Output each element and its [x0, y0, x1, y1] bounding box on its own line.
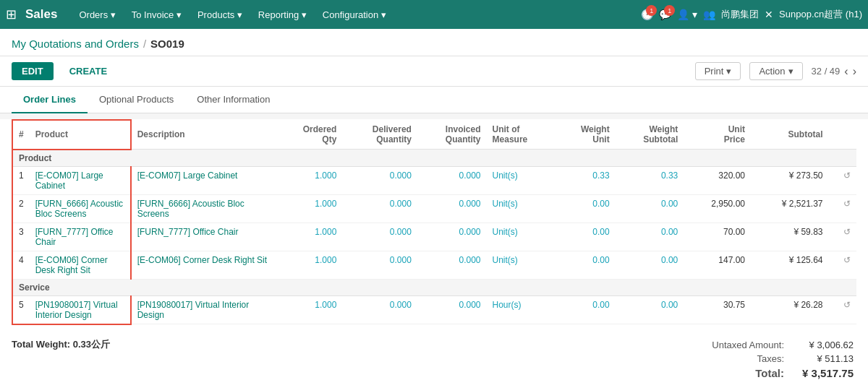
- col-header-invoiced-qty: InvoicedQuantity: [417, 120, 487, 150]
- row-product: [FURN_7777] Office Chair: [30, 223, 131, 251]
- prev-page-button[interactable]: ‹: [844, 65, 848, 78]
- col-header-subtotal: Subtotal: [751, 120, 829, 150]
- total-weight-value: 0.33公斤: [73, 339, 110, 350]
- row-weight-unit: 0.33: [556, 166, 615, 194]
- row-action[interactable]: ↺: [828, 251, 856, 279]
- action-button[interactable]: Action ▾: [749, 62, 802, 80]
- grand-total-row: Total: ¥ 3,517.75: [697, 367, 854, 379]
- table-row: 4[E-COM06] Corner Desk Right Sit[E-COM06…: [12, 251, 856, 279]
- next-page-button[interactable]: ›: [853, 65, 856, 78]
- row-num: 5: [12, 295, 30, 324]
- row-subtotal: ¥ 125.64: [751, 251, 829, 279]
- pagination: 32 / 49 ‹ ›: [812, 65, 856, 78]
- row-ordered-qty: 1.000: [276, 194, 343, 223]
- taxes-label: Taxes:: [697, 353, 784, 364]
- col-header-uom: Unit ofMeasure: [487, 120, 556, 150]
- table-row: 2[FURN_6666] Acoustic Bloc Screens[FURN_…: [12, 194, 856, 223]
- row-invoiced-qty: 0.000: [417, 223, 487, 251]
- col-header-actions: [828, 120, 856, 150]
- row-invoiced-qty: 0.000: [417, 251, 487, 279]
- tab-other-information[interactable]: Other Information: [185, 87, 281, 113]
- row-num: 2: [12, 194, 30, 223]
- col-header-weight-unit: WeightUnit: [556, 120, 615, 150]
- col-header-ordered-qty: OrderedQty: [276, 120, 343, 150]
- brand-label: Sales: [25, 7, 57, 22]
- row-product: [E-COM07] Large Cabinet: [30, 166, 131, 194]
- pagination-text: 32 / 49: [812, 66, 841, 77]
- grid-icon[interactable]: ⊞: [6, 7, 17, 22]
- company-label[interactable]: 尚鹏集团: [721, 8, 759, 21]
- row-action[interactable]: ↺: [828, 166, 856, 194]
- breadcrumb-parent[interactable]: My Quotations and Orders: [12, 38, 139, 50]
- row-desc: [FURN_7777] Office Chair: [131, 223, 276, 251]
- row-subtotal: ¥ 26.28: [751, 295, 829, 324]
- close-icon[interactable]: ✕: [765, 9, 773, 20]
- section-row: Service: [12, 279, 856, 295]
- col-header-num: #: [12, 120, 30, 150]
- row-desc: [E-COM07] Large Cabinet: [131, 166, 276, 194]
- edit-button[interactable]: EDIT: [12, 62, 54, 80]
- col-header-weight-subtotal: WeightSubtotal: [616, 120, 684, 150]
- menu-reporting[interactable]: Reporting ▾: [251, 7, 314, 23]
- row-unit-price: 70.00: [684, 223, 751, 251]
- row-invoiced-qty: 0.000: [417, 295, 487, 324]
- row-num: 3: [12, 223, 30, 251]
- row-delivered-qty: 0.000: [342, 251, 417, 279]
- row-product: [PN19080017] Virtual Interior Design: [30, 295, 131, 324]
- row-delivered-qty: 0.000: [342, 223, 417, 251]
- row-uom: Unit(s): [487, 194, 556, 223]
- row-num: 4: [12, 251, 30, 279]
- row-weight-unit: 0.00: [556, 295, 615, 324]
- row-weight-subtotal: 0.00: [616, 251, 684, 279]
- row-ordered-qty: 1.000: [276, 295, 343, 324]
- row-product: [FURN_6666] Acoustic Bloc Screens: [30, 194, 131, 223]
- create-button[interactable]: CREATE: [59, 62, 117, 80]
- row-weight-unit: 0.00: [556, 251, 615, 279]
- col-header-desc: Description: [131, 120, 276, 150]
- chat-icon[interactable]: 💬 1: [659, 9, 671, 20]
- print-button[interactable]: Print ▾: [695, 62, 741, 80]
- totals-section: Untaxed Amount: ¥ 3,006.62 Taxes: ¥ 511.…: [697, 331, 856, 379]
- col-header-delivered-qty: DeliveredQuantity: [342, 120, 417, 150]
- row-unit-price: 320.00: [684, 166, 751, 194]
- row-action[interactable]: ↺: [828, 295, 856, 324]
- row-uom: Unit(s): [487, 223, 556, 251]
- menu-orders[interactable]: Orders ▾: [72, 7, 122, 23]
- menu-to-invoice[interactable]: To Invoice ▾: [124, 7, 189, 23]
- taxes-value: ¥ 511.13: [796, 353, 854, 364]
- order-table: # Product Description OrderedQty Deliver…: [12, 119, 856, 325]
- team-icon[interactable]: 👥: [703, 9, 715, 20]
- total-label: Total:: [697, 367, 784, 379]
- clock-icon[interactable]: 🕐 1: [641, 9, 653, 20]
- tabs-bar: Order Lines Optional Products Other Info…: [0, 87, 868, 113]
- untaxed-row: Untaxed Amount: ¥ 3,006.62: [697, 340, 854, 350]
- row-uom: Hour(s): [487, 295, 556, 324]
- bottom-area: Total Weight: 0.33公斤 Untaxed Amount: ¥ 3…: [12, 325, 856, 381]
- row-delivered-qty: 0.000: [342, 295, 417, 324]
- untaxed-label: Untaxed Amount:: [697, 340, 784, 350]
- row-desc: [PN19080017] Virtual Interior Design: [131, 295, 276, 324]
- chat-badge: 1: [664, 5, 675, 16]
- action-bar-right: Print ▾ Action ▾ 32 / 49 ‹ ›: [695, 62, 856, 80]
- topnav: ⊞ Sales Orders ▾ To Invoice ▾ Products ▾…: [0, 0, 868, 29]
- total-weight-label: Total Weight:: [12, 339, 70, 350]
- tab-optional-products[interactable]: Optional Products: [88, 87, 185, 113]
- menu-products[interactable]: Products ▾: [190, 7, 250, 23]
- row-invoiced-qty: 0.000: [417, 194, 487, 223]
- row-desc: [FURN_6666] Acoustic Bloc Screens: [131, 194, 276, 223]
- action-chevron-icon: ▾: [788, 66, 793, 77]
- row-action[interactable]: ↺: [828, 223, 856, 251]
- menu-configuration[interactable]: Configuration ▾: [315, 7, 393, 23]
- user-label[interactable]: Sunpop.cn超营 (h1): [779, 8, 862, 21]
- row-weight-subtotal: 0.00: [616, 223, 684, 251]
- breadcrumb-separator: /: [143, 38, 146, 50]
- row-delivered-qty: 0.000: [342, 194, 417, 223]
- row-ordered-qty: 1.000: [276, 166, 343, 194]
- row-product: [E-COM06] Corner Desk Right Sit: [30, 251, 131, 279]
- user-icon[interactable]: 👤 ▾: [677, 9, 697, 20]
- tab-order-lines[interactable]: Order Lines: [12, 87, 88, 113]
- row-ordered-qty: 1.000: [276, 251, 343, 279]
- row-ordered-qty: 1.000: [276, 223, 343, 251]
- row-num: 1: [12, 166, 30, 194]
- row-action[interactable]: ↺: [828, 194, 856, 223]
